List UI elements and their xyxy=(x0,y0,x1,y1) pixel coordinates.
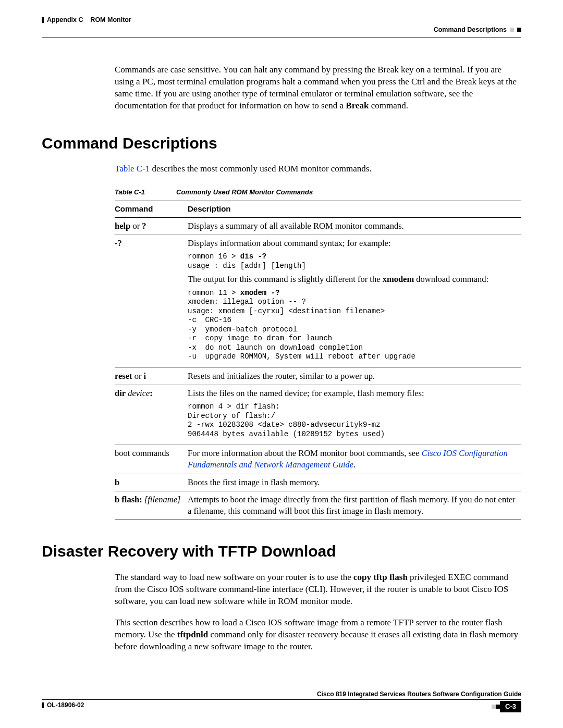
footer-docnum: OL-18906-02 xyxy=(47,701,84,709)
rom-commands-table: Command Description help or ? Displays a… xyxy=(115,201,521,520)
intro-paragraph: Commands are case sensitive. You can hal… xyxy=(115,64,521,112)
table-row: help or ? Displays a summary of all avai… xyxy=(115,217,521,235)
page-footer: Cisco 819 Integrated Services Routers So… xyxy=(42,690,521,712)
table-row: reset or i Resets and initializes the ro… xyxy=(115,367,521,385)
section1-intro: Table C-1 describes the most commonly us… xyxy=(115,163,521,175)
table-row: -? Displays information about command sy… xyxy=(115,235,521,368)
section2-para1: The standard way to load new software on… xyxy=(115,572,521,608)
heading-disaster-recovery: Disaster Recovery with TFTP Download xyxy=(42,541,521,562)
table-row: b flash: [filename] Attempts to boot the… xyxy=(115,491,521,520)
table-row: dir device: Lists the files on the named… xyxy=(115,385,521,445)
footer-guide-title: Cisco 819 Integrated Services Routers So… xyxy=(42,690,521,698)
table-caption: Table C-1Commonly Used ROM Monitor Comma… xyxy=(115,188,521,197)
header-title: ROM Monitor xyxy=(90,16,131,23)
table-ref-link[interactable]: Table C-1 xyxy=(115,164,150,174)
heading-command-descriptions: Command Descriptions xyxy=(42,133,521,154)
table-row: b Boots the first image in flash memory. xyxy=(115,474,521,491)
table-row: boot commands For more information about… xyxy=(115,445,521,474)
header-section: Command Descriptions xyxy=(434,26,507,34)
page-number-badge: C-3 xyxy=(500,701,521,712)
section2-para2: This section describes how to load a Cis… xyxy=(115,617,521,653)
page-header: Appendix C ROM Monitor xyxy=(42,16,521,24)
col-description: Description xyxy=(188,201,521,217)
header-appendix: Appendix C xyxy=(47,16,83,23)
col-command: Command xyxy=(115,201,188,217)
